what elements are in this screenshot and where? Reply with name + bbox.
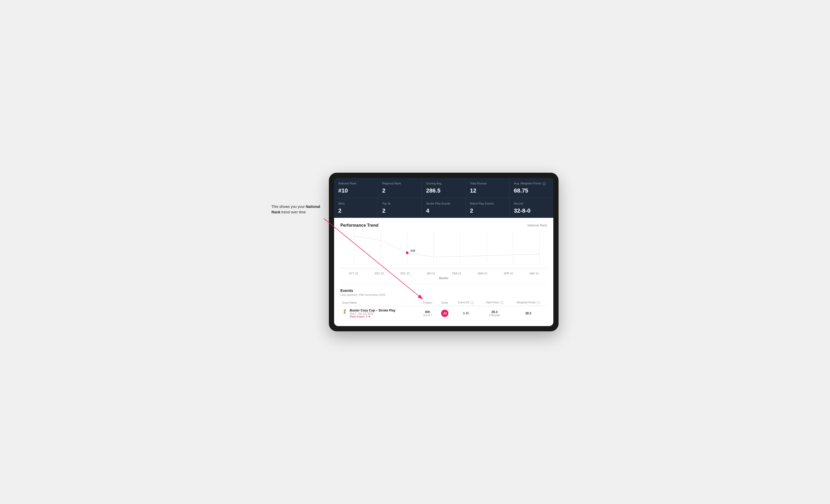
performance-trend-chart: #10 — [340, 232, 547, 268]
events-last-updated: Last updated: 24th November 2023 — [340, 293, 547, 296]
event-name: Buster Cozy Cup – Stroke Play — [350, 309, 395, 312]
score-badge: -22 — [441, 310, 448, 317]
event-type-icon: 🏌️ — [343, 309, 348, 314]
events-title: Events — [340, 288, 547, 293]
month-jan24: JAN 24 — [418, 272, 444, 275]
stat-wins: Wins 2 — [334, 198, 378, 218]
event-sg-tooltip-icon[interactable]: i — [471, 301, 474, 304]
stat-match-play-events: Match Play Events 2 — [466, 198, 509, 218]
month-mar24: MAR 24 — [470, 272, 496, 275]
month-oct23: OCT 23 — [340, 272, 366, 275]
events-section: Events Last updated: 24th November 2023 … — [340, 284, 547, 321]
performance-trend-subtitle: National Rank — [528, 224, 547, 227]
weighted-points-col-tooltip-icon[interactable]: i — [537, 301, 540, 304]
table-row: 🏌️ Buster Cozy Cup – Stroke Play Oct 9 -… — [340, 306, 547, 321]
event-position-cell: 6th out of 7 — [418, 306, 437, 321]
stat-national-rank: National Rank #10 — [334, 178, 378, 198]
highlight-label: #10 — [411, 249, 415, 253]
chart-svg: #10 — [340, 232, 547, 268]
annotation-text: This shows you your National Rank trend … — [272, 204, 324, 215]
col-weighted-points: Weighted Points i — [509, 300, 547, 306]
weighted-points-tooltip-icon[interactable]: i — [543, 182, 546, 185]
month-apr24: APR 24 — [496, 272, 521, 275]
event-score-cell: -22 — [437, 306, 453, 321]
month-dec23: DEC 23 — [392, 272, 418, 275]
tablet-screen: National Rank #10 Regional Rank 2 Scorin… — [334, 178, 553, 326]
col-position: Position — [418, 300, 437, 306]
event-weighted-points-cell: 28.3 — [509, 306, 547, 321]
outer-wrapper: This shows you your National Rank trend … — [272, 173, 558, 332]
chart-months: OCT 23 NOV 23 DEC 23 JAN 24 FEB 24 MAR 2… — [340, 271, 547, 276]
events-table-body: 🏌️ Buster Cozy Cup – Stroke Play Oct 9 -… — [340, 306, 547, 321]
performance-trend-header: Performance Trend National Rank — [340, 223, 547, 228]
performance-trend-title: Performance Trend — [340, 223, 379, 228]
event-total-points-cell: 28.3 3 Rounds — [479, 306, 509, 321]
stat-scoring-avg: Scoring Avg. 286.5 — [422, 178, 466, 198]
content-area: Performance Trend National Rank — [334, 218, 553, 326]
event-name-cell: 🏌️ Buster Cozy Cup – Stroke Play Oct 9 -… — [340, 306, 418, 321]
events-table: Event Name Position Score Event SG i Tot… — [340, 300, 547, 321]
month-may24: MAY 24 — [521, 272, 547, 275]
stat-top3s: Top 3s 2 — [378, 198, 421, 218]
stats-header: National Rank #10 Regional Rank 2 Scorin… — [334, 178, 553, 218]
total-points-tooltip-icon[interactable]: i — [500, 301, 504, 304]
chart-x-axis-label: Months — [340, 276, 547, 280]
col-event-name: Event Name — [340, 300, 418, 306]
stat-record: Record 32-8-0 — [510, 198, 553, 218]
month-nov23: NOV 23 — [366, 272, 392, 275]
events-table-header-row: Event Name Position Score Event SG i Tot… — [340, 300, 547, 306]
month-feb24: FEB 24 — [444, 272, 470, 275]
events-table-head: Event Name Position Score Event SG i Tot… — [340, 300, 547, 306]
col-score: Score — [437, 300, 453, 306]
stat-stroke-play-events: Stroke Play Events 4 — [422, 198, 466, 218]
stat-total-rounds: Total Rounds 12 — [466, 178, 509, 198]
event-date: Oct 9 - Oct 10, 2023 — [350, 312, 395, 315]
tablet-frame: National Rank #10 Regional Rank 2 Scorin… — [329, 173, 558, 332]
stat-avg-weighted-points: Avg. Weighted Points i 68.75 — [510, 178, 553, 198]
event-sg-cell: 0.45 — [453, 306, 479, 321]
highlight-dot — [406, 251, 409, 254]
col-total-points: Total Points i — [479, 300, 509, 306]
col-event-sg: Event SG i — [453, 300, 479, 306]
event-rank-impact: Rank Impact: 3 ▼ — [350, 315, 395, 318]
stat-regional-rank: Regional Rank 2 — [378, 178, 421, 198]
